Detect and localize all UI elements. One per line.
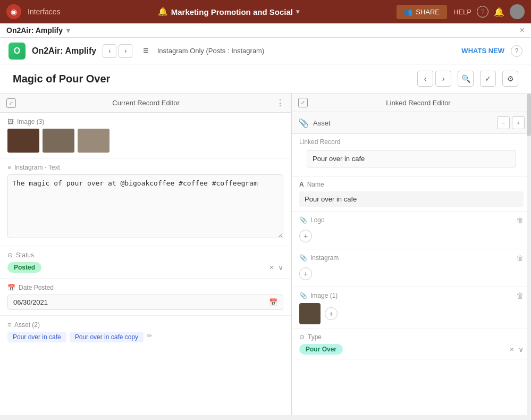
status-field-label: ⊙ Status — [7, 251, 283, 259]
scroll-track — [527, 94, 531, 415]
rp-logo-trash-icon[interactable]: 🗑 — [516, 216, 524, 224]
rp-logo-add-button[interactable]: + — [299, 230, 312, 242]
type-row: Pour Over × ∨ — [299, 344, 524, 355]
user-avatar[interactable] — [510, 4, 525, 19]
sub-bar-close-icon[interactable]: × — [520, 26, 525, 35]
help-question-icon[interactable]: ? — [477, 6, 488, 18]
left-panel-menu-icon[interactable]: ⋮ — [276, 98, 284, 108]
app-path-label: Instagram Only (Posts : Instagram) — [157, 47, 265, 55]
rp-name-label: A Name — [299, 181, 524, 188]
rp-image-icon: 📎 — [299, 292, 307, 299]
instagram-text-icon: ≡ — [7, 164, 11, 171]
rp-logo-icon: 📎 — [299, 216, 307, 224]
calendar-icon: 📅 — [7, 284, 15, 291]
sub-bar-title[interactable]: On2Air: Amplify — [6, 26, 63, 35]
on2air-logo: O — [9, 43, 26, 60]
status-icon: ⊙ — [7, 251, 13, 259]
asset-prev-arrow[interactable]: − — [497, 116, 510, 129]
notification-bell-icon[interactable]: 🔔 — [494, 7, 504, 17]
asset-attachment-icon: 📎 — [298, 118, 309, 128]
scroll-thumb[interactable] — [527, 94, 531, 136]
status-expand-icon[interactable]: ∨ — [278, 263, 283, 272]
asset-tags-row: Pour over in cafe Pour over in cafe copy… — [7, 332, 283, 342]
hamburger-icon[interactable]: ≡ — [143, 45, 149, 56]
rp-image-add-button[interactable]: + — [325, 307, 338, 320]
left-panel-header: ⤢ Current Record Editor ⋮ — [0, 94, 291, 113]
right-panel-title: Linked Record Editor — [312, 99, 525, 107]
status-badge[interactable]: Posted — [7, 262, 41, 273]
image-field-label: 🖼 Image (3) — [7, 118, 283, 125]
sub-bar: On2Air: Amplify ▼ × — [0, 23, 531, 38]
rp-image-trash-icon[interactable]: 🗑 — [516, 291, 524, 300]
date-posted-field-section: 📅 Date Posted 06/30/2021 📅 — [0, 279, 291, 316]
page-main-title: 🔔 Marketing Promotion and Social ▾ — [66, 7, 390, 16]
rp-instagram-field-section: 📎 Instagram 🗑 + — [292, 249, 531, 287]
app-name-label: On2Air: Amplify — [32, 46, 96, 56]
asset-sub-header: 📎 Asset − + — [292, 112, 531, 134]
rp-type-label: ⊙ Type — [299, 333, 524, 341]
status-clear-icon[interactable]: × — [269, 263, 274, 272]
rp-image-field-section: 📎 Image (1) 🗑 + — [292, 287, 531, 329]
asset-tag-2[interactable]: Pour over in cafe copy — [70, 332, 144, 342]
date-posted-input[interactable]: 06/30/2021 📅 — [7, 295, 283, 310]
status-row: Posted × ∨ — [7, 262, 283, 273]
instagram-text-field-section: ≡ Instagram - Text The magic of pour ove… — [0, 158, 291, 246]
app-help-icon[interactable]: ? — [511, 45, 522, 57]
rp-instagram-trash-icon[interactable]: 🗑 — [516, 254, 524, 262]
instagram-text-input[interactable]: The magic of pour over at @bigoakcoffee … — [7, 174, 283, 238]
page-prev-arrow[interactable]: ‹ — [417, 71, 433, 87]
instagram-text-label: ≡ Instagram - Text — [7, 164, 283, 171]
date-posted-label: 📅 Date Posted — [7, 284, 283, 291]
help-label[interactable]: HELP — [453, 8, 471, 16]
share-button[interactable]: 👥 SHARE — [397, 5, 447, 19]
date-picker-icon[interactable]: 📅 — [269, 298, 277, 306]
title-chevron[interactable]: ▾ — [296, 8, 299, 15]
rp-image-row: + — [299, 303, 524, 324]
share-icon: 👥 — [404, 8, 412, 16]
app-header-right: WHATS NEW ? — [461, 45, 522, 57]
page-search-button[interactable]: 🔍 — [458, 71, 474, 87]
sub-bar-chevron-icon[interactable]: ▼ — [65, 27, 72, 35]
asset-tag-1[interactable]: Pour over in cafe — [7, 332, 66, 342]
rp-name-icon: A — [299, 181, 304, 188]
image-thumb-2[interactable] — [43, 129, 74, 153]
type-actions: × ∨ — [510, 345, 524, 354]
right-panel-expand-icon[interactable]: ⤢ — [298, 98, 308, 107]
asset-nav-arrows: − + — [497, 116, 525, 129]
status-field-section: ⊙ Status Posted × ∨ — [0, 246, 291, 279]
rp-image-label: 📎 Image (1) 🗑 — [299, 291, 524, 300]
app-header: O On2Air: Amplify ‹ › ≡ Instagram Only (… — [0, 38, 531, 64]
rp-type-field-section: ⊙ Type Pour Over × ∨ — [292, 329, 531, 359]
asset-list-icon: ≡ — [7, 321, 11, 329]
app-prev-arrow[interactable]: ‹ — [103, 44, 116, 58]
asset-field-label: ≡ Asset (2) — [7, 321, 283, 329]
type-expand-icon[interactable]: ∨ — [518, 345, 524, 354]
page-settings-button[interactable]: ⚙ — [502, 71, 518, 87]
linked-record-label: Linked Record — [299, 138, 524, 146]
page-next-arrow[interactable]: › — [435, 71, 451, 87]
pour-over-tag[interactable]: Pour Over — [299, 344, 343, 355]
app-nav-arrows: ‹ › — [103, 44, 132, 58]
app-next-arrow[interactable]: › — [119, 44, 132, 58]
page-check-button[interactable]: ✓ — [480, 71, 496, 87]
whats-new-link[interactable]: WHATS NEW — [461, 47, 504, 55]
asset-edit-icon[interactable]: ✏ — [147, 332, 153, 342]
left-panel-title: Current Record Editor — [20, 99, 272, 107]
app-logo-icon[interactable]: ◉ — [6, 4, 21, 19]
asset-next-arrow[interactable]: + — [512, 116, 525, 129]
rp-image-thumb[interactable] — [299, 303, 321, 324]
type-clear-icon[interactable]: × — [510, 345, 514, 354]
image-thumb-3[interactable] — [78, 129, 109, 153]
main-content: ⤢ Current Record Editor ⋮ 🖼 Image (3) ≡ … — [0, 94, 531, 415]
image-thumb-1[interactable] — [7, 129, 39, 153]
rp-instagram-add-button[interactable]: + — [299, 267, 312, 280]
image-thumbnails-row — [7, 129, 283, 153]
left-panel-expand-icon[interactable]: ⤢ — [6, 98, 16, 108]
linked-record-value[interactable]: Pour over in cafe — [307, 150, 516, 167]
interfaces-link[interactable]: Interfaces — [28, 7, 60, 16]
rp-instagram-add-row: + — [299, 265, 524, 282]
rp-name-value: Pour over in cafe — [299, 191, 524, 207]
rp-name-field-section: A Name Pour over in cafe — [292, 177, 531, 212]
rp-instagram-label: 📎 Instagram 🗑 — [299, 254, 524, 262]
right-panel: ⤢ Linked Record Editor 📎 Asset − + Linke… — [292, 94, 531, 415]
